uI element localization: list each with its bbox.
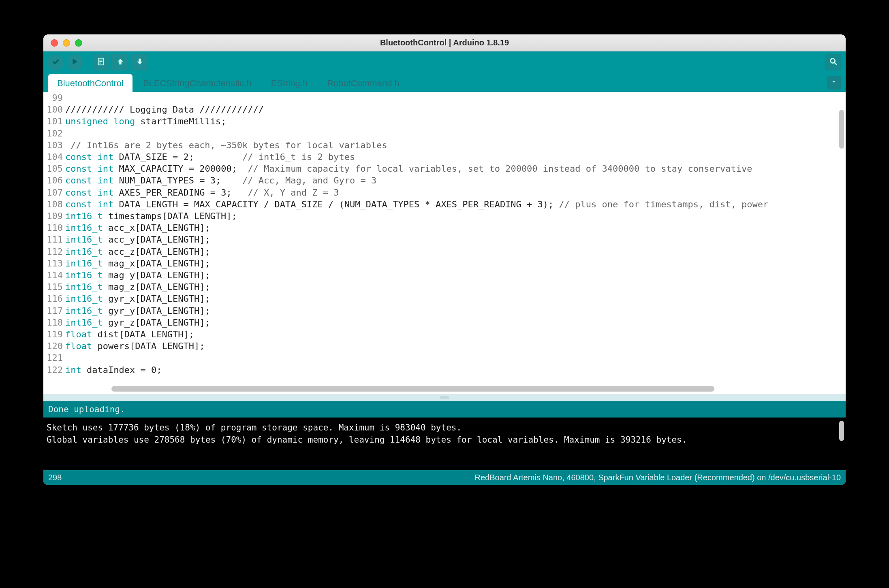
line-number: 119 — [43, 328, 65, 340]
line-number: 108 — [43, 198, 65, 210]
editor-area: 99100/////////// Logging Data //////////… — [43, 92, 846, 394]
board-info: RedBoard Artemis Nano, 460800, SparkFun … — [475, 473, 841, 482]
code-line[interactable]: 108const int DATA_LENGTH = MAX_CAPACITY … — [43, 198, 839, 210]
code-content: const int DATA_SIZE = 2; // int16_t is 2… — [65, 151, 355, 163]
maximize-button[interactable] — [75, 39, 82, 47]
line-number: 118 — [43, 317, 65, 328]
code-line[interactable]: 121 — [43, 352, 839, 364]
line-number: 113 — [43, 258, 65, 269]
code-line[interactable]: 102 — [43, 128, 839, 139]
titlebar: BluetoothControl | Arduino 1.8.19 — [43, 34, 846, 51]
code-line[interactable]: 100/////////// Logging Data //////////// — [43, 104, 839, 115]
upload-button[interactable] — [67, 54, 83, 70]
code-content: const int NUM_DATA_TYPES = 3; // Acc, Ma… — [65, 175, 376, 186]
vertical-scrollbar[interactable] — [839, 110, 844, 149]
svg-line-2 — [835, 63, 837, 65]
line-number: 101 — [43, 115, 65, 127]
svg-point-1 — [831, 59, 835, 63]
code-line[interactable]: 119float dist[DATA_LENGTH]; — [43, 328, 839, 340]
code-line[interactable]: 118int16_t gyr_z[DATA_LENGTH]; — [43, 317, 839, 328]
code-line[interactable]: 103 // Int16s are 2 bytes each, ~350k by… — [43, 139, 839, 151]
traffic-lights — [43, 39, 82, 47]
code-content: int16_t acc_x[DATA_LENGTH]; — [65, 222, 210, 234]
code-content: int16_t gyr_y[DATA_LENGTH]; — [65, 305, 210, 317]
serial-monitor-button[interactable] — [825, 54, 842, 70]
code-content: int16_t timestamps[DATA_LENGTH]; — [65, 210, 237, 222]
code-content: int16_t acc_y[DATA_LENGTH]; — [65, 234, 210, 245]
arduino-window: BluetoothControl | Arduino 1.8.19 — [43, 34, 846, 485]
code-content: float powers[DATA_LENGTH]; — [65, 340, 205, 352]
line-number: 109 — [43, 210, 65, 222]
code-content: // Int16s are 2 bytes each, ~350k bytes … — [65, 139, 387, 151]
new-button[interactable] — [93, 54, 109, 70]
console-scrollbar[interactable] — [839, 421, 844, 441]
pane-divider[interactable] — [43, 394, 846, 401]
code-content: const int DATA_LENGTH = MAX_CAPACITY / D… — [65, 198, 768, 210]
tab-estring[interactable]: EString.h — [262, 74, 317, 92]
code-content: unsigned long startTimeMillis; — [65, 115, 226, 127]
footer-bar: 298 RedBoard Artemis Nano, 460800, Spark… — [43, 470, 846, 485]
open-button[interactable] — [112, 54, 128, 70]
code-line[interactable]: 109int16_t timestamps[DATA_LENGTH]; — [43, 210, 839, 222]
arrow-right-icon — [71, 57, 79, 68]
code-content: float dist[DATA_LENGTH]; — [65, 328, 194, 340]
verify-button[interactable] — [47, 54, 64, 70]
code-line[interactable]: 110int16_t acc_x[DATA_LENGTH]; — [43, 222, 839, 234]
line-number: 104 — [43, 151, 65, 163]
line-number: 99 — [43, 92, 65, 104]
file-icon — [96, 57, 105, 68]
line-number: 116 — [43, 293, 65, 305]
code-line[interactable]: 117int16_t gyr_y[DATA_LENGTH]; — [43, 305, 839, 317]
console-output[interactable]: Sketch uses 177736 bytes (18%) of progra… — [43, 418, 846, 470]
code-line[interactable]: 99 — [43, 92, 839, 104]
check-icon — [51, 57, 60, 68]
horizontal-scrollbar[interactable] — [111, 386, 714, 392]
console-line: Global variables use 278568 bytes (70%) … — [47, 434, 842, 446]
status-bar: Done uploading. — [43, 401, 846, 418]
tab-bar: BluetoothControl BLECStringCharacteristi… — [43, 73, 846, 92]
code-line[interactable]: 122int dataIndex = 0; — [43, 364, 839, 376]
code-content: int16_t mag_x[DATA_LENGTH]; — [65, 258, 210, 269]
line-number: 114 — [43, 269, 65, 281]
chevron-down-icon — [831, 79, 837, 87]
code-line[interactable]: 107const int AXES_PER_READING = 3; // X,… — [43, 187, 839, 198]
close-button[interactable] — [51, 39, 58, 47]
magnifier-icon — [829, 57, 838, 68]
line-number: 120 — [43, 340, 65, 352]
code-line[interactable]: 120float powers[DATA_LENGTH]; — [43, 340, 839, 352]
save-button[interactable] — [132, 54, 148, 70]
line-number: 110 — [43, 222, 65, 234]
tab-robotcommand[interactable]: RobotCommand.h — [318, 74, 408, 92]
code-line[interactable]: 104const int DATA_SIZE = 2; // int16_t i… — [43, 151, 839, 163]
code-line[interactable]: 105const int MAX_CAPACITY = 200000; // M… — [43, 163, 839, 175]
line-number: 122 — [43, 364, 65, 376]
tab-dropdown-button[interactable] — [827, 76, 841, 89]
line-number: 103 — [43, 139, 65, 151]
minimize-button[interactable] — [63, 39, 70, 47]
code-content: int dataIndex = 0; — [65, 364, 162, 376]
tab-blecstring[interactable]: BLECStringCharacteristic.h — [134, 74, 261, 92]
code-line[interactable]: 111int16_t acc_y[DATA_LENGTH]; — [43, 234, 839, 245]
line-number: 111 — [43, 234, 65, 245]
line-number: 102 — [43, 128, 65, 139]
line-number: 115 — [43, 281, 65, 293]
code-content: const int MAX_CAPACITY = 200000; // Maxi… — [65, 163, 752, 175]
code-editor[interactable]: 99100/////////// Logging Data //////////… — [43, 92, 846, 394]
line-number-indicator: 298 — [48, 473, 62, 482]
code-line[interactable]: 116int16_t gyr_x[DATA_LENGTH]; — [43, 293, 839, 305]
tab-bluetoothcontrol[interactable]: BluetoothControl — [48, 74, 132, 92]
code-content: int16_t gyr_z[DATA_LENGTH]; — [65, 317, 210, 328]
code-line[interactable]: 106const int NUM_DATA_TYPES = 3; // Acc,… — [43, 175, 839, 186]
code-line[interactable]: 101unsigned long startTimeMillis; — [43, 115, 839, 127]
code-line[interactable]: 115int16_t mag_z[DATA_LENGTH]; — [43, 281, 839, 293]
arrow-down-icon — [135, 57, 144, 68]
code-content: int16_t acc_z[DATA_LENGTH]; — [65, 246, 210, 258]
status-message: Done uploading. — [48, 405, 125, 414]
code-line[interactable]: 113int16_t mag_x[DATA_LENGTH]; — [43, 258, 839, 269]
console-line: Sketch uses 177736 bytes (18%) of progra… — [47, 422, 842, 434]
code-line[interactable]: 112int16_t acc_z[DATA_LENGTH]; — [43, 246, 839, 258]
code-line[interactable]: 114int16_t mag_y[DATA_LENGTH]; — [43, 269, 839, 281]
line-number: 121 — [43, 352, 65, 364]
code-content: int16_t mag_y[DATA_LENGTH]; — [65, 269, 210, 281]
line-number: 100 — [43, 104, 65, 115]
